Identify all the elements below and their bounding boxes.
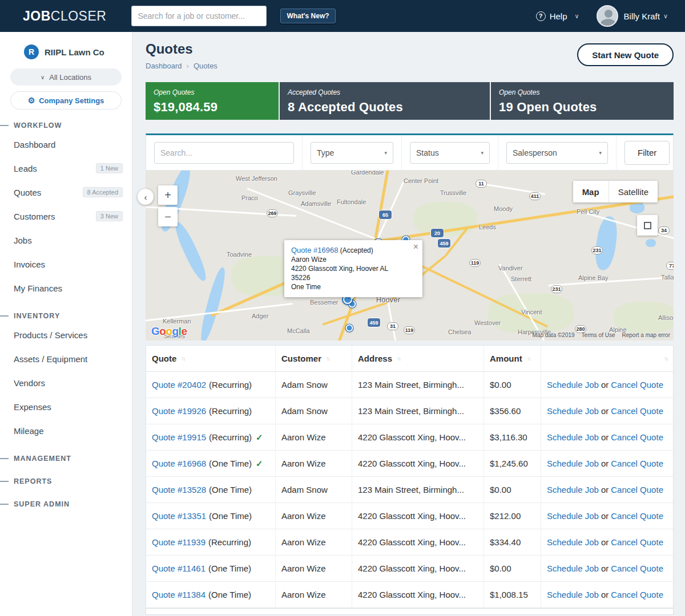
quote-link[interactable]: Quote #11939 [152, 537, 206, 547]
type-select-value: Type [317, 148, 334, 157]
cancel-quote-link[interactable]: Cancel Quote [611, 380, 663, 390]
map-label-trussville: Trussville [440, 189, 466, 196]
column-header-amount[interactable]: Amount↑↓ [484, 346, 541, 371]
locations-dropdown[interactable]: ∨ All Locations [10, 68, 122, 86]
count-badge: 3 New [96, 211, 123, 221]
start-new-quote-button[interactable]: Start New Quote [577, 43, 674, 66]
map-marker-5[interactable] [346, 325, 353, 332]
cancel-quote-link[interactable]: Cancel Quote [611, 564, 663, 573]
sidebar-item-leads[interactable]: Leads1 New [0, 156, 132, 180]
schedule-job-link[interactable]: Schedule Job [547, 432, 599, 442]
schedule-job-link[interactable]: Schedule Job [547, 485, 599, 495]
quote-link[interactable]: Quote #11384 [152, 590, 206, 599]
cancel-quote-link[interactable]: Cancel Quote [611, 537, 663, 547]
quote-search-input[interactable] [154, 142, 294, 164]
sidebar-item-customers[interactable]: Customers3 New [0, 204, 132, 228]
quote-link[interactable]: Quote #16968 [152, 459, 206, 468]
sidebar-item-label: Products / Services [14, 330, 87, 340]
map-label-gardendale: Gardendale [351, 171, 384, 176]
sidebar-item-expenses[interactable]: Expenses [0, 395, 132, 419]
address-cell: 4220 Glasscott Xing, Hoov... [352, 556, 484, 581]
google-logo: Google [151, 325, 187, 338]
cancel-quote-link[interactable]: Cancel Quote [611, 459, 663, 468]
zoom-in-button[interactable]: + [158, 185, 178, 205]
user-avatar[interactable] [597, 5, 618, 27]
sidebar-item-assets-equipment[interactable]: Assets / Equipment [0, 347, 132, 371]
sidebar-item-invoices[interactable]: Invoices [0, 252, 132, 276]
quote-link[interactable]: Quote #16968 [291, 246, 338, 254]
sidebar-item-quotes[interactable]: Quotes8 Accepted [0, 180, 132, 204]
sidebar-item-my-finances[interactable]: My Finances [0, 276, 132, 300]
filter-button[interactable]: Filter [624, 141, 670, 165]
column-header-quote[interactable]: Quote↑↓ [146, 346, 276, 371]
quote-type: (Recurring) [208, 537, 251, 547]
stat-open-quotes-count: Open Quotes 19 Open Quotes [491, 82, 674, 120]
type-select[interactable]: Type ▾ [311, 142, 393, 164]
table-row: Quote #11461(One Time)Aaron Wize4220 Gla… [146, 556, 673, 582]
company-settings-button[interactable]: ⚙ Company Settings [10, 91, 122, 110]
schedule-job-link[interactable]: Schedule Job [547, 564, 599, 573]
schedule-job-link[interactable]: Schedule Job [547, 380, 599, 390]
sidebar-item-dashboard[interactable]: Dashboard [0, 132, 132, 156]
global-search-input[interactable] [131, 6, 267, 26]
address-cell: 123 Main Street, Birmingh... [352, 398, 484, 424]
schedule-job-link[interactable]: Schedule Job [547, 590, 599, 599]
zoom-out-button[interactable]: − [158, 207, 178, 226]
terms-link[interactable]: Terms of Use [582, 332, 615, 338]
filter-type-section: Type ▾ [303, 135, 402, 170]
collapse-panel-button[interactable]: ‹ [138, 189, 154, 205]
quote-link[interactable]: Quote #19926 [152, 406, 206, 416]
google-logo-letter: o [166, 325, 172, 337]
sidebar-item-mileage[interactable]: Mileage [0, 419, 132, 443]
map[interactable]: + − Map Satellite Quote #16968 (Accepted… [146, 171, 674, 341]
cancel-quote-link[interactable]: Cancel Quote [611, 590, 663, 599]
sidebar-item-products-services[interactable]: Products / Services [0, 323, 132, 347]
salesperson-select[interactable]: Salesperson ▾ [506, 142, 608, 164]
map-view-button[interactable]: Map [573, 181, 609, 202]
schedule-job-link[interactable]: Schedule Job [547, 537, 599, 547]
schedule-job-link[interactable]: Schedule Job [547, 459, 599, 468]
cancel-quote-link[interactable]: Cancel Quote [611, 485, 663, 495]
sort-icon[interactable]: ↑↓ [527, 355, 530, 362]
report-error-link[interactable]: Report a map error [622, 332, 670, 338]
quote-link[interactable]: Quote #19915 [152, 432, 206, 442]
sort-icon[interactable]: ↑↓ [326, 355, 329, 362]
cancel-quote-link[interactable]: Cancel Quote [611, 432, 663, 442]
quote-link[interactable]: Quote #13351 [152, 511, 206, 521]
quote-link[interactable]: Quote #13528 [152, 485, 206, 495]
or-text: or [601, 537, 609, 547]
schedule-job-link[interactable]: Schedule Job [547, 511, 599, 521]
satellite-view-button[interactable]: Satellite [609, 181, 658, 202]
close-icon[interactable]: × [413, 242, 418, 252]
quote-link[interactable]: Quote #11461 [152, 564, 206, 573]
sidebar-item-vendors[interactable]: Vendors [0, 371, 132, 395]
table-row: Quote #20402(Recurring)Adam Snow123 Main… [146, 372, 673, 398]
schedule-job-link[interactable]: Schedule Job [547, 406, 599, 416]
whats-new-button[interactable]: What's New? [280, 9, 335, 23]
route-shield-65: 65 [379, 210, 392, 219]
status-select[interactable]: Status ▾ [410, 142, 490, 164]
sort-icon[interactable]: ↑↓ [181, 355, 184, 362]
breadcrumb-dashboard[interactable]: Dashboard [146, 62, 182, 70]
cancel-quote-link[interactable]: Cancel Quote [611, 511, 663, 521]
quote-cell: Quote #20402(Recurring) [146, 372, 276, 398]
column-header-customer[interactable]: Customer↑↓ [276, 346, 352, 371]
company-avatar: R [24, 44, 39, 59]
column-header-address[interactable]: Address↑↓ [352, 346, 484, 371]
route-shield-231: 231 [551, 285, 562, 293]
sort-icon[interactable]: ↑↓ [397, 355, 400, 362]
app-logo: JOBCLOSER [23, 9, 106, 24]
sidebar-item-jobs[interactable]: Jobs [0, 228, 132, 252]
help-menu[interactable]: ? Help ∨ [536, 11, 579, 21]
sidebar-item-label: Mileage [14, 426, 44, 436]
sort-icon[interactable]: ↑↓ [664, 355, 667, 362]
map-label-toadvine: Toadvine [227, 251, 252, 258]
user-menu[interactable]: Billy Kraft ∨ [624, 11, 668, 21]
map-label-bessemer: Bessemer [310, 299, 339, 306]
map-label-chelsea: Chelsea [448, 329, 471, 335]
table-header: Quote↑↓Customer↑↓Address↑↓Amount↑↓↑↓ [146, 346, 673, 372]
fullscreen-button[interactable] [637, 215, 658, 236]
quote-link[interactable]: Quote #20402 [152, 380, 206, 390]
column-header-actions[interactable]: ↑↓ [541, 346, 673, 371]
cancel-quote-link[interactable]: Cancel Quote [611, 406, 663, 416]
